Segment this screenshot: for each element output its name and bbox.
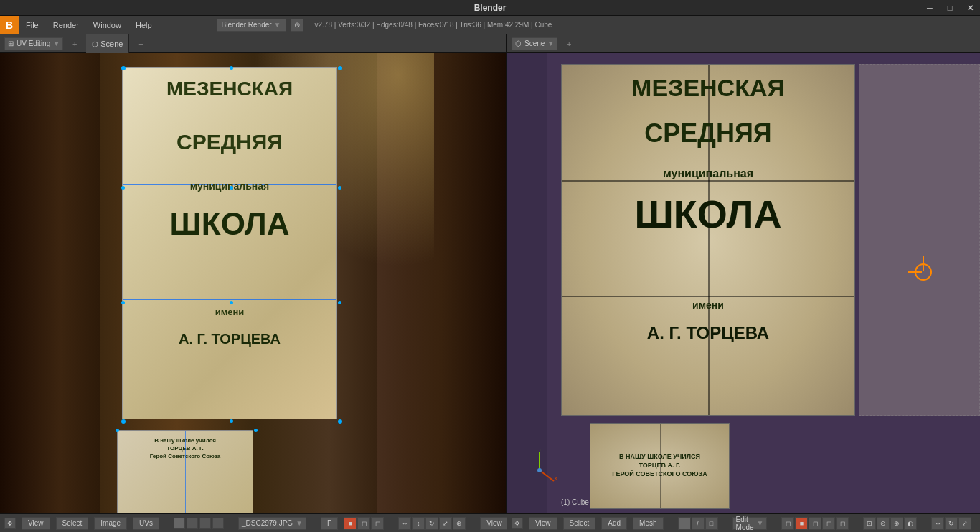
transform-icon-5[interactable]: ⊕	[453, 517, 466, 530]
transform-tools: ↔ ↻ ⤢	[931, 517, 971, 530]
transform-icon-3[interactable]: ↻	[425, 517, 438, 530]
uv-dot-mr	[338, 186, 341, 190]
blender-logo: B	[0, 16, 19, 34]
uv-corner-tr	[338, 66, 342, 70]
wire-shading[interactable]: ⊡	[863, 517, 876, 530]
menu-file[interactable]: File	[19, 16, 46, 34]
titlebar: Blender ─ □ ✕	[0, 0, 980, 16]
uv-dot-bm	[230, 419, 233, 423]
vertex-select-mode[interactable]: ·	[678, 517, 691, 530]
uv-small-sign: В нашу школе училсяТОРЦЕВ А. Г.Герой Сов…	[117, 430, 253, 513]
render-btn-active[interactable]: ■	[344, 517, 357, 530]
transform-tool-2[interactable]: ↻	[945, 517, 958, 530]
svg-line-2	[540, 470, 554, 481]
uv-dot-ml	[121, 186, 125, 190]
image-selector[interactable]: _DSC2979.JPG ▼	[238, 517, 306, 530]
app-title: Blender	[474, 3, 507, 13]
add-scene[interactable]: +	[133, 34, 148, 53]
menu-render[interactable]: Render	[46, 16, 86, 34]
menu-help[interactable]: Help	[128, 16, 159, 34]
f-button[interactable]: F	[321, 517, 338, 530]
wood-wall-right	[377, 53, 506, 513]
uvs-menu[interactable]: UVs	[133, 517, 159, 530]
select-menu-3d[interactable]: Select	[563, 517, 596, 530]
scene-tab[interactable]: ⬡ Scene	[86, 34, 129, 53]
3d-cursor-icon[interactable]: ✥	[512, 518, 523, 529]
sign-3d-line4: ШКОЛА	[562, 195, 854, 233]
mode-btn-4[interactable]	[212, 518, 224, 529]
sign-3d-inner: МЕЗЕНСКАЯ СРЕДНЯЯ муниципальная ШКОЛА им…	[562, 65, 854, 415]
solid-shading[interactable]: ⊙	[877, 517, 890, 530]
edge-select-mode[interactable]: /	[692, 517, 705, 530]
mode-btn-3[interactable]	[199, 518, 211, 529]
texture-shading[interactable]: ⊕	[890, 517, 903, 530]
add-menu[interactable]: Add	[601, 517, 627, 530]
sign-3d-line1: МЕЗЕНСКАЯ	[562, 75, 854, 100]
3d-render-btn-1[interactable]: ◻	[781, 517, 794, 530]
mode-btn-1[interactable]	[174, 518, 185, 529]
sign-3d-line5: имени	[562, 299, 854, 311]
3d-mode-icon: ✥	[512, 518, 523, 529]
svg-point-4	[537, 468, 542, 472]
svg-text:X: X	[554, 475, 557, 482]
uv-dot-ml2	[121, 301, 125, 304]
axis-gizmo: Y X	[522, 449, 557, 485]
render-buttons-3d: ◻ ■ ◻ ◻ ◻	[781, 517, 849, 530]
uv-v-line-1	[230, 68, 230, 419]
scene-panel: ⬡ Scene ▼ + Right Ortho МЕЗЕНСКАЯ СРЕДНЯ…	[507, 34, 980, 513]
transform-icon-4[interactable]: ⤢	[439, 517, 452, 530]
render-buttons-group: ■ ◻ ◻	[344, 517, 384, 530]
mode-selector[interactable]: Edit Mode ▼	[732, 517, 768, 530]
sign-3d-line2: СРЕДНЯЯ	[562, 121, 854, 146]
render-icon[interactable]: ⊙	[291, 19, 303, 32]
face-select-mode[interactable]: □	[705, 517, 718, 530]
scene-3d-viewport[interactable]: Right Ortho МЕЗЕНСКАЯ СРЕДНЯЯ муниципаль…	[507, 53, 980, 513]
add-area-right[interactable]: +	[562, 34, 576, 53]
menu-window[interactable]: Window	[86, 16, 128, 34]
uv-corner-br	[338, 419, 342, 424]
uv-viewport[interactable]: МЕЗЕНСКАЯ СРЕДНЯЯ муниципальная ШКОЛА им…	[0, 53, 506, 513]
close-button[interactable]: ✕	[960, 0, 980, 16]
3d-render-btn-5[interactable]: ◻	[836, 517, 849, 530]
scene-editor-type[interactable]: ⬡ Scene ▼	[512, 37, 557, 50]
menubar: B File Render Window Help Blender Render…	[0, 16, 980, 34]
wood-wall-left	[0, 53, 100, 513]
render-btn-2[interactable]: ◻	[357, 517, 370, 530]
sign-text-line6: А. Г. ТОРЦЕВА	[123, 331, 336, 347]
small-sign-tl	[116, 429, 119, 432]
small-sign-tr	[254, 429, 258, 432]
viewport-shading: ⊡ ⊙ ⊕ ◐	[863, 517, 917, 530]
sign-text-line1: МЕЗЕНСКАЯ	[123, 79, 336, 99]
view-btn-right[interactable]: View	[480, 517, 509, 530]
select-menu-uv[interactable]: Select	[56, 517, 89, 530]
view-menu-3d[interactable]: View	[529, 517, 557, 530]
render-btn-3[interactable]: ◻	[371, 517, 384, 530]
transform-icon-2[interactable]: ↕	[412, 517, 425, 530]
cursor-icon[interactable]: ✥	[4, 518, 16, 529]
3d-render-btn-3[interactable]: ◻	[809, 517, 821, 530]
render-engine-selector[interactable]: Blender Render ▼	[217, 19, 286, 32]
uv-dot-mm1	[230, 186, 233, 190]
sign-text-line5: имени	[123, 307, 336, 317]
render-shading[interactable]: ◐	[904, 517, 917, 530]
sign-3d-small: В нашу школе училсяТОРЦЕВ А. Г.Герой Сов…	[590, 423, 730, 509]
minimize-button[interactable]: ─	[920, 0, 940, 16]
sign-texture-extension	[859, 64, 980, 416]
transform-icon-1[interactable]: ↔	[398, 517, 411, 530]
bottom-bar-3d: ✥ View Select Add Mesh · / □ Edit Mode ▼…	[507, 513, 980, 532]
sign-3d-line6: А. Г. ТОРЦЕВА	[562, 324, 854, 342]
view-menu-uv[interactable]: View	[22, 517, 50, 530]
3d-render-btn-active[interactable]: ■	[795, 517, 808, 530]
3d-render-btn-4[interactable]: ◻	[822, 517, 835, 530]
transform-tool-3[interactable]: ⤢	[958, 517, 971, 530]
mesh-menu[interactable]: Mesh	[633, 517, 663, 530]
editor-type-selector[interactable]: ⊞ UV Editing ▼	[4, 37, 63, 50]
cursor-v	[923, 256, 924, 271]
transform-tool-1[interactable]: ↔	[931, 517, 944, 530]
mode-btn-2[interactable]	[187, 518, 198, 529]
image-menu[interactable]: Image	[94, 517, 127, 530]
add-area-left[interactable]: +	[67, 34, 82, 53]
maximize-button[interactable]: □	[940, 0, 960, 16]
uv-main-sign: МЕЗЕНСКАЯ СРЕДНЯЯ муниципальная ШКОЛА им…	[122, 67, 337, 419]
bottom-bar-uv: ✥ View Select Image UVs _DSC2979.JPG ▼ F…	[0, 513, 507, 532]
